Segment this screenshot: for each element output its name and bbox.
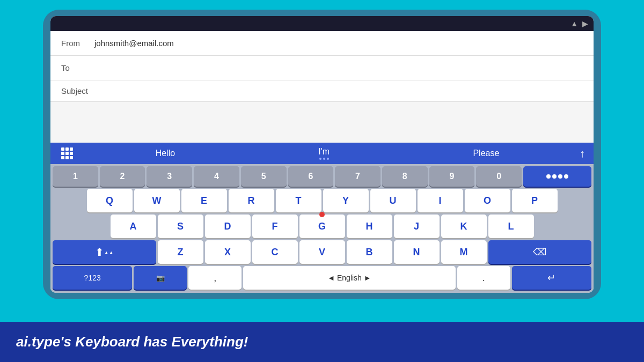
numeric-key[interactable]: ?123	[53, 266, 132, 290]
key-1[interactable]: 1	[53, 166, 98, 187]
key-8[interactable]: 8	[382, 166, 428, 187]
to-field[interactable]: To	[50, 56, 594, 80]
key-row-qwerty: Q W E R T Y U I O P	[50, 188, 594, 213]
shift-key[interactable]: ⬆ ▲▲	[53, 240, 156, 264]
key-5[interactable]: 5	[241, 166, 287, 187]
key-i[interactable]: I	[418, 189, 463, 212]
key-z[interactable]: Z	[158, 240, 203, 264]
key-6[interactable]: 6	[288, 166, 334, 187]
key-4[interactable]: 4	[194, 166, 239, 187]
grid-dots	[61, 147, 73, 159]
key-row-zxcv: ⬆ ▲▲ Z X C V B N M ⌫	[50, 239, 594, 265]
key-e[interactable]: E	[181, 189, 227, 212]
bottom-row: ?123 📷 , ◄ English ► . ↵	[50, 265, 594, 293]
key-a[interactable]: A	[111, 215, 156, 238]
key-3[interactable]: 3	[147, 166, 192, 187]
key-0[interactable]: 0	[476, 166, 522, 187]
key-w[interactable]: W	[134, 189, 180, 212]
key-k[interactable]: K	[441, 215, 487, 238]
key-dots[interactable]	[523, 166, 591, 187]
banner-text: ai.type's Keyboard has Everything!	[16, 334, 248, 350]
subject-field[interactable]: Subject	[50, 80, 594, 102]
from-value: johnsmith@email.com	[94, 39, 174, 48]
grid-icon[interactable]	[54, 145, 80, 161]
key-h[interactable]: H	[347, 215, 392, 238]
email-form: From johnsmith@email.com To Subject	[50, 31, 594, 102]
key-x[interactable]: X	[205, 240, 251, 264]
key-g[interactable]: G	[299, 215, 345, 238]
upload-icon[interactable]: ↑	[574, 145, 590, 162]
key-s[interactable]: S	[158, 215, 203, 238]
tablet-top-bar: ▲ ▶	[50, 16, 594, 31]
to-label: To	[61, 63, 88, 72]
key-row-asdf: A S D F G H J K L	[50, 213, 594, 239]
key-r[interactable]: R	[229, 189, 274, 212]
suggestion-hello[interactable]: Hello	[149, 146, 181, 160]
from-field: From johnsmith@email.com	[50, 31, 594, 56]
key-u[interactable]: U	[370, 189, 416, 212]
mic-icon: 📷	[156, 274, 165, 282]
suggestion-dots	[319, 158, 329, 160]
key-d[interactable]: D	[205, 215, 251, 238]
key-p[interactable]: P	[512, 189, 558, 212]
key-y[interactable]: Y	[323, 189, 369, 212]
wifi-icon: ▲	[570, 19, 578, 28]
tablet-device: ▲ ▶ From johnsmith@email.com To Subject	[43, 10, 601, 299]
key-v[interactable]: V	[299, 240, 345, 264]
suggestion-im[interactable]: I'm	[318, 147, 330, 160]
bottom-banner: ai.type's Keyboard has Everything!	[0, 322, 644, 362]
key-q[interactable]: Q	[87, 189, 133, 212]
tablet-screen: ▲ ▶ From johnsmith@email.com To Subject	[50, 16, 594, 293]
key-c[interactable]: C	[252, 240, 298, 264]
key-9[interactable]: 9	[429, 166, 475, 187]
keyboard: Hello I'm Please ↑ 1 2	[50, 143, 594, 293]
enter-key[interactable]: ↵	[512, 266, 591, 290]
key-j[interactable]: J	[394, 215, 440, 238]
backspace-key[interactable]: ⌫	[488, 240, 592, 264]
key-b[interactable]: B	[347, 240, 392, 264]
key-t[interactable]: T	[276, 189, 321, 212]
suggestion-please[interactable]: Please	[466, 146, 506, 160]
number-row: 1 2 3 4 5 6 7 8 9 0	[50, 164, 594, 188]
key-l[interactable]: L	[488, 215, 534, 238]
period-key[interactable]: .	[457, 266, 510, 290]
suggestions-bar: Hello I'm Please ↑	[50, 143, 594, 164]
email-compose-area: From johnsmith@email.com To Subject	[50, 31, 594, 143]
space-key[interactable]: ◄ English ►	[243, 266, 456, 290]
comma-key[interactable]: ,	[188, 266, 241, 290]
key-2[interactable]: 2	[100, 166, 145, 187]
key-f[interactable]: F	[252, 215, 298, 238]
send-icon: ▶	[582, 19, 588, 28]
from-label: From	[61, 39, 88, 48]
mic-key[interactable]: 📷	[134, 266, 187, 290]
subject-label: Subject	[61, 86, 88, 95]
key-7[interactable]: 7	[335, 166, 380, 187]
key-n[interactable]: N	[394, 240, 440, 264]
key-o[interactable]: O	[465, 189, 510, 212]
key-m[interactable]: M	[441, 240, 487, 264]
suggestions-words: Hello I'm Please	[80, 146, 574, 160]
